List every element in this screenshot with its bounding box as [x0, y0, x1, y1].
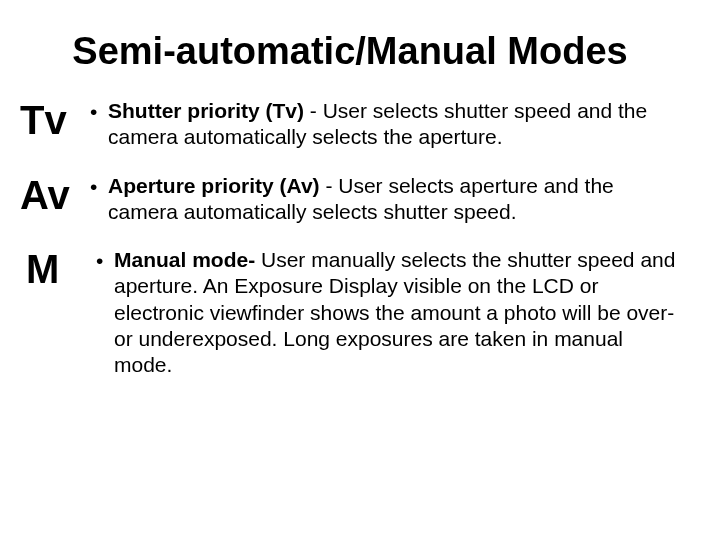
- mode-label-m: M: [20, 247, 96, 289]
- bullet-dot-icon: •: [90, 173, 108, 200]
- slide: Semi-automatic/Manual Modes Tv • Shutter…: [0, 0, 720, 540]
- mode-row-tv: Tv • Shutter priority (Tv) - User select…: [20, 98, 680, 151]
- bullet-block: • Aperture priority (Av) - User selects …: [90, 173, 680, 226]
- bullet-bold: Manual mode-: [114, 248, 255, 271]
- bullet-line: • Aperture priority (Av) - User selects …: [90, 173, 680, 226]
- bullet-dot-icon: •: [96, 247, 114, 274]
- mode-row-av: Av • Aperture priority (Av) - User selec…: [20, 173, 680, 226]
- mode-label-tv: Tv: [20, 98, 90, 140]
- bullet-bold: Shutter priority (Tv): [108, 99, 304, 122]
- bullet-block: • Manual mode- User manually selects the…: [96, 247, 680, 378]
- bullet-line: • Manual mode- User manually selects the…: [96, 247, 680, 378]
- mode-row-m: M • Manual mode- User manually selects t…: [20, 247, 680, 378]
- bullet-block: • Shutter priority (Tv) - User selects s…: [90, 98, 680, 151]
- mode-label-av: Av: [20, 173, 90, 215]
- bullet-text: Manual mode- User manually selects the s…: [114, 247, 680, 378]
- bullet-bold: Aperture priority (Av): [108, 174, 320, 197]
- bullet-text: Shutter priority (Tv) - User selects shu…: [108, 98, 680, 151]
- slide-title: Semi-automatic/Manual Modes: [20, 30, 680, 73]
- bullet-text: Aperture priority (Av) - User selects ap…: [108, 173, 680, 226]
- bullet-dot-icon: •: [90, 98, 108, 125]
- bullet-line: • Shutter priority (Tv) - User selects s…: [90, 98, 680, 151]
